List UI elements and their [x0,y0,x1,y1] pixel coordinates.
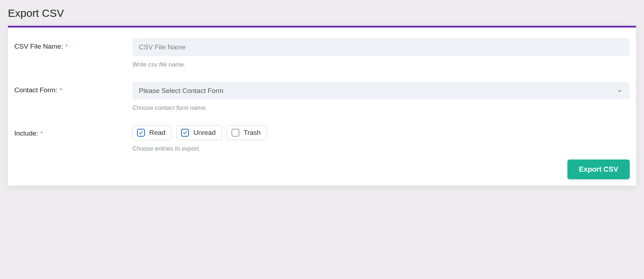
include-checkbox-read-label: Read [149,129,165,137]
include-checkbox-unread-label: Unread [193,129,215,137]
checkbox-icon [137,129,145,137]
contact-form-label: Contact Form: [14,86,57,94]
checkbox-icon [231,129,239,137]
contact-form-select[interactable]: Please Select Contact Form [132,82,630,99]
csv-file-name-input[interactable] [132,38,630,56]
include-checkbox-read[interactable]: Read [132,125,171,140]
actions-row: Export CSV [14,160,630,179]
contact-form-helper: Choose contact form name. [132,104,630,112]
required-asterisk: * [40,131,43,137]
required-asterisk: * [60,87,62,93]
include-checkbox-trash[interactable]: Trash [227,125,267,140]
checkbox-icon [181,129,189,137]
required-asterisk: * [65,44,68,50]
csv-file-name-label: CSV File Name: [14,43,63,50]
csv-file-name-helper: Write csv file name. [132,61,630,68]
include-helper: Choose entries to export. [132,145,630,152]
include-checkbox-group: Read Unread Trash [132,125,630,140]
csv-file-name-row: CSV File Name: * Write csv file name. [14,38,630,68]
page-title: Export CSV [0,0,644,26]
export-csv-button[interactable]: Export CSV [567,160,630,179]
include-row: Include: * Read Unread [14,125,630,152]
include-checkbox-trash-label: Trash [244,129,261,137]
include-label: Include: [14,129,38,137]
include-checkbox-unread[interactable]: Unread [176,125,221,140]
export-csv-panel: CSV File Name: * Write csv file name. Co… [8,26,636,186]
contact-form-row: Contact Form: * Please Select Contact Fo… [14,82,630,112]
